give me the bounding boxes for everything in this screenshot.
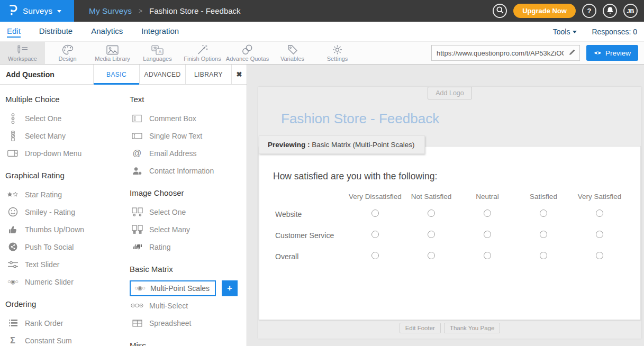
tools-label: Tools: [553, 28, 570, 36]
question-type-single-row-text[interactable]: Single Row Text: [130, 127, 245, 144]
panel-tab-basic[interactable]: BASIC: [93, 65, 139, 84]
help-icon: ?: [587, 7, 592, 15]
section-title-ordering: Ordering: [5, 299, 126, 309]
add-question-plus-button[interactable]: +: [222, 280, 238, 296]
question-preview-card: How satisfied are you with the following…: [259, 146, 641, 320]
matrix-row-label: Customer Service: [268, 225, 347, 246]
question-type-contact-information[interactable]: Contact Information: [130, 162, 245, 179]
question-type-thumbs-up-down[interactable]: Thumbs Up/Down: [5, 221, 126, 238]
question-type-multi-point-scales[interactable]: ○◉○Multi-Point Scales+: [130, 279, 245, 297]
question-type-drop-down-menu[interactable]: Drop-down Menu: [5, 144, 126, 162]
toolbar-item-advance-quotas[interactable]: Advance Quotas: [225, 42, 270, 64]
radio-stack-icon: [6, 113, 19, 124]
matrix-radio-website-neutral[interactable]: [484, 210, 491, 217]
question-type-multi-select[interactable]: Multi-Select: [130, 297, 245, 314]
sigma-icon: Σ: [6, 336, 19, 345]
section-title-graphical-rating: Graphical Rating: [5, 170, 126, 181]
survey-url-input[interactable]: [432, 49, 566, 57]
matrix-radio-customer-service-very-satisfied[interactable]: [596, 231, 603, 238]
section-title-image-chooser: Image Chooser: [130, 188, 245, 198]
edit-footer-button[interactable]: Edit Footer: [400, 323, 441, 333]
toolbar-item-media-library[interactable]: Media Library: [90, 42, 135, 64]
close-panel-button[interactable]: ✖: [231, 65, 247, 84]
nav-tab-edit[interactable]: Edit: [7, 25, 21, 38]
question-type-numeric-slider[interactable]: ○◉○Numeric Slider: [5, 273, 126, 290]
toolbar-item-design[interactable]: Design: [45, 42, 90, 64]
edit-url-button[interactable]: [566, 48, 579, 58]
matrix-radio-overall-not-satisfied[interactable]: [428, 252, 435, 259]
contact-icon: [131, 167, 143, 175]
matrix-radio-customer-service-neutral[interactable]: [484, 231, 491, 238]
add-logo-button[interactable]: Add Logo: [428, 87, 472, 99]
breadcrumb: My Surveys > Fashion Store - Feedback: [89, 6, 241, 16]
thank-you-page-button[interactable]: Thank You Page: [444, 323, 500, 333]
section-text: TextComment BoxSingle Row Text@Email Add…: [130, 94, 245, 179]
toolbar-item-settings[interactable]: Settings: [315, 42, 360, 64]
panel-tab-advanced[interactable]: ADVANCED: [139, 65, 185, 84]
chevron-down-icon: [573, 31, 577, 33]
question-type-smiley-rating[interactable]: Smiley - Rating: [5, 203, 126, 221]
notifications-button[interactable]: [603, 4, 617, 18]
img-select-one-icon: [131, 207, 143, 216]
matrix-radio-overall-very-satisfied[interactable]: [596, 252, 603, 259]
svg-text:A: A: [158, 49, 161, 54]
matrix-radio-overall-neutral[interactable]: [484, 252, 491, 259]
question-type-select-many[interactable]: Select Many: [5, 127, 126, 144]
question-type-select-many[interactable]: Select Many: [130, 221, 245, 238]
question-type-column-1: Multiple ChoiceSelect OneSelect ManyDrop…: [5, 89, 126, 346]
question-type-spreadsheet[interactable]: Spreadsheet: [130, 314, 245, 332]
matrix-radio-overall-satisfied[interactable]: [540, 252, 547, 259]
matrix-radio-website-very-satisfied[interactable]: [596, 210, 603, 217]
question-type-comment-box[interactable]: Comment Box: [130, 110, 245, 127]
avatar[interactable]: JB: [623, 4, 638, 18]
question-type-rating[interactable]: Rating: [130, 238, 245, 256]
matrix-radio-customer-service-not-satisfied[interactable]: [428, 231, 435, 238]
question-type-rank-order[interactable]: Rank Order: [5, 314, 126, 332]
nav-tab-analytics[interactable]: Analytics: [91, 25, 123, 38]
nav-tab-integration[interactable]: Integration: [141, 25, 179, 38]
app-switcher[interactable]: Surveys: [0, 0, 74, 22]
question-type-constant-sum[interactable]: ΣConstant Sum: [5, 332, 126, 346]
question-type-column-2: TextComment BoxSingle Row Text@Email Add…: [130, 89, 245, 346]
toolbar-item-finish-options[interactable]: Finish Options: [180, 42, 225, 64]
preview-button[interactable]: Preview: [586, 45, 638, 61]
question-type-text-slider[interactable]: Text Slider: [5, 256, 126, 273]
matrix-radio-website-not-satisfied[interactable]: [428, 210, 435, 217]
toolbar-item-workspace[interactable]: Workspace: [0, 42, 45, 64]
section-graphical-rating: Graphical RatingStar RatingSmiley - Rati…: [5, 170, 126, 290]
toolbar-item-variables[interactable]: Variables: [270, 42, 315, 64]
preview-label: Preview: [605, 49, 631, 57]
search-button[interactable]: [493, 4, 507, 18]
toolbar-item-languages[interactable]: ALanguages: [135, 42, 180, 64]
finish-options-icon: [197, 44, 208, 55]
matrix-row-label: Website: [268, 204, 347, 225]
tools-menu[interactable]: Tools: [553, 28, 577, 36]
design-icon: [62, 44, 74, 55]
matrix-column-neutral: Neutral: [459, 193, 515, 204]
matrix-radio-website-satisfied[interactable]: [540, 210, 547, 217]
section-misc: Misc: [130, 340, 245, 346]
section-nav: EditDistributeAnalyticsIntegration Tools…: [0, 22, 644, 41]
section-image-chooser: Image ChooserSelect OneSelect ManyRating: [130, 188, 245, 256]
matrix-radio-website-very-dissatisfied[interactable]: [371, 210, 379, 217]
upgrade-now-button[interactable]: Upgrade Now: [513, 4, 576, 18]
question-type-select-one[interactable]: Select One: [5, 110, 126, 127]
breadcrumb-my-surveys[interactable]: My Surveys: [89, 6, 132, 16]
text-slider-icon: [6, 261, 19, 268]
matrix-table: Very DissatisfiedNot SatisfiedNeutralSat…: [268, 193, 628, 267]
survey-title[interactable]: Fashion Store - Feedback: [281, 111, 641, 126]
panel-tab-library[interactable]: LIBRARY: [185, 65, 231, 84]
matrix-radio-customer-service-satisfied[interactable]: [540, 231, 547, 238]
question-type-star-rating[interactable]: Star Rating: [5, 186, 126, 203]
question-type-email-address[interactable]: @Email Address: [130, 144, 245, 162]
help-button[interactable]: ?: [582, 4, 596, 18]
section-title-misc: Misc: [130, 340, 245, 346]
matrix-radio-customer-service-very-dissatisfied[interactable]: [371, 231, 379, 238]
img-rating-icon: [131, 242, 143, 251]
nav-tab-distribute[interactable]: Distribute: [39, 25, 72, 38]
matrix-radio-overall-very-dissatisfied[interactable]: [371, 252, 379, 259]
question-type-push-to-social[interactable]: Push To Social: [5, 238, 126, 256]
settings-icon: [332, 44, 343, 55]
question-type-select-one[interactable]: Select One: [130, 203, 245, 221]
responses-count: Responses: 0: [592, 28, 637, 36]
